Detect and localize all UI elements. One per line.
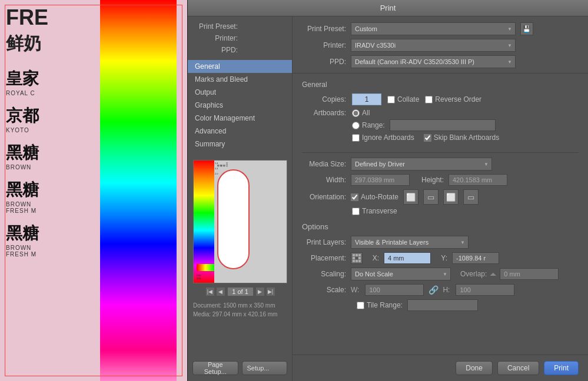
preview-color-bar <box>197 264 214 271</box>
preview-page-field[interactable] <box>227 287 254 296</box>
scale-h-field[interactable] <box>456 284 514 296</box>
artboards-range-radio-label[interactable]: Range: <box>352 121 385 129</box>
print-layers-select[interactable]: Visible & Printable Layers <box>351 236 469 249</box>
ignore-artboards-checkbox[interactable] <box>352 134 360 142</box>
artboards-range-input[interactable] <box>390 119 496 131</box>
reverse-order-checkbox[interactable] <box>425 96 433 103</box>
auto-rotate-label[interactable]: Auto-Rotate <box>351 193 398 201</box>
preview-last-btn[interactable]: ▶| <box>267 288 275 296</box>
placement-grid-icon[interactable] <box>351 252 363 264</box>
artboards-all-radio-label[interactable]: All <box>352 109 370 117</box>
done-button[interactable]: Done <box>456 361 493 375</box>
collate-checkbox[interactable] <box>387 96 395 103</box>
artboards-label: Artboards: <box>302 109 346 117</box>
print-preset-label: Print Preset: <box>194 22 238 31</box>
preview-bottom-text: FRE标标 <box>197 274 201 280</box>
doc-item-5: 黑糖 BROWN FRESH M <box>6 222 94 258</box>
artboards-range-radio[interactable] <box>352 122 360 129</box>
tile-range-row: Tile Range: <box>302 299 579 311</box>
y-coord-field[interactable] <box>452 252 499 264</box>
preview-doc-info: Document: 1500 mm x 350 mm Media: 297.04… <box>193 301 287 319</box>
ppd-select[interactable]: Default (Canon iR-ADV C3520/3530 III P) <box>351 55 516 68</box>
media-size-select-wrapper: Defined by Driver <box>351 158 492 171</box>
nav-item-color-management[interactable]: Color Management <box>188 112 292 125</box>
media-size-select[interactable]: Defined by Driver <box>351 158 492 171</box>
orient-landscape-flip-btn[interactable]: ▭ <box>463 189 479 205</box>
skip-blank-label[interactable]: Skip Blank Artboards <box>424 133 499 142</box>
scale-w-field[interactable] <box>365 284 424 296</box>
scale-label: Scale: <box>302 286 346 294</box>
ppd-label2: PPD: <box>302 58 346 66</box>
print-preset-select[interactable]: Custom <box>351 22 516 35</box>
orient-portrait-flip-btn[interactable]: ⬜ <box>443 189 459 205</box>
preview-next-btn[interactable]: ▶ <box>256 288 264 296</box>
nav-item-output[interactable]: Output <box>188 86 292 99</box>
bottom-right-buttons: Done Cancel Print <box>456 361 579 375</box>
artboards-range-row: Range: <box>352 119 579 131</box>
preview-white-card <box>217 169 250 269</box>
orientation-row: Orientation: Auto-Rotate ⬜ ▭ ⬜ ▭ <box>302 189 579 205</box>
options-label: Options <box>302 222 579 231</box>
skip-blank-checkbox[interactable] <box>424 134 431 142</box>
printer-select-wrapper: IRADV c3530i <box>351 39 516 52</box>
page-setup-button[interactable]: Page Setup... <box>192 361 238 375</box>
rainbow-gradient-bar <box>100 0 177 381</box>
height-field[interactable] <box>449 174 507 186</box>
printer-select[interactable]: IRADV c3530i <box>351 39 516 52</box>
nav-item-graphics[interactable]: Graphics <box>188 99 292 112</box>
ignore-artboards-label[interactable]: Ignore Artboards <box>352 133 414 142</box>
orient-landscape-btn[interactable]: ▭ <box>423 189 438 205</box>
tile-range-checkbox[interactable] <box>357 302 364 309</box>
nav-item-general[interactable]: General <box>188 60 292 73</box>
setup-button[interactable]: Setup... <box>242 361 288 375</box>
tile-range-input[interactable] <box>407 299 478 311</box>
dimensions-row: Width: Height: <box>302 174 579 186</box>
print-preset-select-wrapper: Custom <box>351 22 516 35</box>
scaling-select-wrapper: Do Not Scale <box>351 268 451 280</box>
artboards-row: Artboards: All <box>302 109 579 117</box>
print-layers-select-wrapper: Visible & Printable Layers <box>351 236 469 249</box>
print-preset-label2: Print Preset: <box>302 25 346 33</box>
doc-item-1: 皇家 ROYAL C <box>6 68 94 96</box>
overlap-label: Overlap: <box>460 270 487 278</box>
transverse-row: Transverse <box>352 207 579 215</box>
x-coord-field[interactable] <box>384 252 431 264</box>
scaling-row: Scaling: Do Not Scale Overlap: ⏶ <box>302 268 579 280</box>
auto-rotate-checkbox[interactable] <box>351 193 358 201</box>
media-size-label: Media Size: <box>302 160 346 168</box>
print-button[interactable]: Print <box>544 361 579 375</box>
dialog-title: Print <box>188 0 588 16</box>
collate-checkbox-label[interactable]: Collate <box>387 95 419 103</box>
stepper-icon: ⏶ <box>489 269 497 279</box>
copies-input[interactable] <box>352 93 381 105</box>
reverse-order-checkbox-label[interactable]: Reverse Order <box>425 95 481 103</box>
copies-row: Copies: Collate Reverse Order <box>302 93 579 105</box>
scaling-select[interactable]: Do Not Scale <box>351 268 451 280</box>
tile-range-label[interactable]: Tile Range: <box>357 301 403 309</box>
nav-item-marks-bleed[interactable]: Marks and Bleed <box>188 73 292 86</box>
scale-wh-row: Scale: W: 🔗 H: <box>302 284 579 296</box>
height-label: Height: <box>414 176 444 184</box>
width-field[interactable] <box>351 174 410 186</box>
overlap-group: Overlap: ⏶ <box>460 268 559 280</box>
transverse-label[interactable]: Transverse <box>352 207 397 215</box>
doc-title-en: FRE <box>6 6 94 29</box>
transverse-checkbox[interactable] <box>352 208 360 215</box>
preview-prev-btn[interactable]: ◀ <box>217 288 225 296</box>
doc-item-4: 黑糖 BROWN FRESH M <box>6 179 94 214</box>
divider-1 <box>302 152 579 153</box>
scaling-label: Scaling: <box>302 270 346 278</box>
preview-first-btn[interactable]: |◀ <box>206 288 214 296</box>
nav-item-advanced[interactable]: Advanced <box>188 125 292 138</box>
artboards-all-radio[interactable] <box>352 109 360 117</box>
nav-item-summary[interactable]: Summary <box>188 138 292 151</box>
page-thumbnail: BRE标标标标标标标 3.44.42.0 FRE标标 <box>193 160 287 283</box>
print-preset-save-btn[interactable]: 💾 <box>520 22 533 35</box>
x-label: X: <box>367 254 379 262</box>
overlap-field[interactable] <box>500 268 559 280</box>
y-label: Y: <box>436 254 447 262</box>
cancel-button[interactable]: Cancel <box>497 361 539 375</box>
orient-portrait-btn[interactable]: ⬜ <box>403 189 418 205</box>
placement-row: Placement: X: Y: <box>302 252 579 264</box>
printer-label: Printer: <box>194 34 238 42</box>
